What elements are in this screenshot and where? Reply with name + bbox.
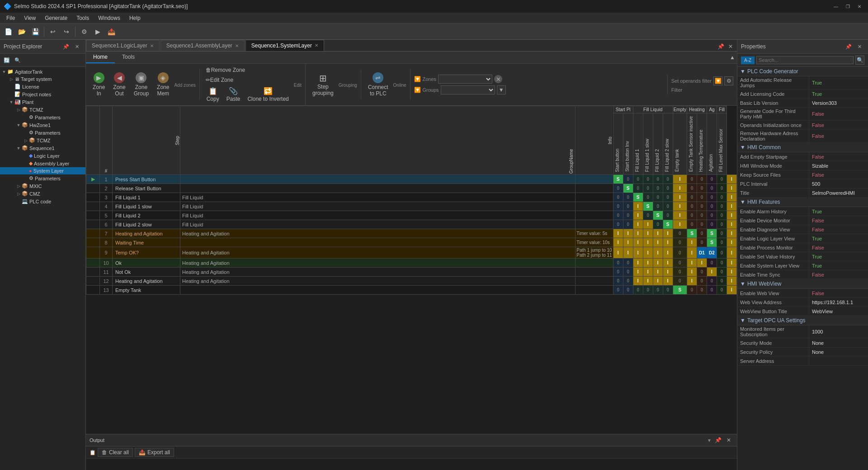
cell-signal[interactable]: S [707, 229, 717, 238]
cell-signal[interactable]: I [653, 258, 663, 268]
cell-signal[interactable]: 0 [613, 258, 623, 268]
close-button[interactable]: ✕ [854, 2, 864, 10]
cell-signal[interactable]: I [687, 258, 697, 268]
prop-value[interactable]: False [809, 289, 868, 297]
prop-value[interactable]: None [809, 348, 868, 356]
cell-signal[interactable]: I [643, 220, 653, 229]
cell-signal[interactable]: I [673, 193, 687, 202]
cell-signal[interactable]: S [653, 211, 663, 220]
cell-signal[interactable]: 0 [717, 211, 727, 220]
cell-signal[interactable]: 0 [707, 220, 717, 229]
tree-node-mxic[interactable]: ▷ 📦 MXIC [0, 182, 85, 190]
cell-signal[interactable]: I [653, 277, 663, 286]
cell-signal[interactable]: 0 [663, 193, 673, 202]
cell-signal[interactable]: 0 [673, 229, 687, 238]
cell-signal[interactable]: I [673, 184, 687, 193]
cell-signal[interactable]: 0 [643, 286, 653, 295]
output-close[interactable]: ✕ [724, 436, 733, 445]
cell-signal[interactable]: S [613, 175, 623, 184]
cell-signal[interactable]: I [633, 277, 643, 286]
props-search-icon[interactable]: 🔍 [855, 56, 864, 65]
tab-system-layer[interactable]: Sequence1.SystemLayer ✕ [245, 40, 324, 51]
paste-button[interactable]: 📎 Paste [223, 85, 244, 103]
zones-clear-button[interactable]: ✕ [494, 75, 502, 83]
cell-signal[interactable]: 0 [697, 193, 707, 202]
cell-signal[interactable]: 0 [697, 268, 707, 277]
cell-signal[interactable]: I [643, 247, 653, 258]
cell-signal[interactable]: 0 [707, 211, 717, 220]
cell-signal[interactable]: 0 [707, 258, 717, 268]
cell-signal[interactable]: I [623, 247, 633, 258]
cell-signal[interactable]: 0 [687, 184, 697, 193]
prop-value[interactable]: False [809, 108, 868, 120]
cell-signal[interactable]: 0 [653, 184, 663, 193]
cell-signal[interactable]: 0 [653, 286, 663, 295]
maximize-button[interactable]: ❐ [843, 2, 853, 10]
prop-value[interactable]: False [809, 152, 868, 161]
cell-signal[interactable]: 0 [717, 258, 727, 268]
cell-signal[interactable]: I [633, 229, 643, 238]
cell-signal[interactable]: 0 [653, 175, 663, 184]
cell-signal[interactable]: 0 [613, 220, 623, 229]
cell-signal[interactable]: I [663, 277, 673, 286]
operands-filter-funnel[interactable]: 🔽 [713, 76, 722, 85]
cell-signal[interactable]: 0 [623, 286, 633, 295]
tab-logic-layer[interactable]: Sequence1.LogicLayer ✕ [86, 40, 160, 51]
tab-assembly-layer[interactable]: Sequence1.AssemblyLayer ✕ [160, 40, 245, 51]
cell-signal[interactable]: 0 [623, 258, 633, 268]
menu-tools[interactable]: Tools [72, 14, 94, 22]
cell-signal[interactable]: 0 [717, 286, 727, 295]
menu-generate[interactable]: Generate [40, 14, 72, 22]
connect-to-plc-button[interactable]: ⇌ Connect to PLC [365, 71, 392, 98]
clear-all-button[interactable]: 🗑 Clear all [98, 448, 133, 457]
cell-signal[interactable]: 0 [623, 277, 633, 286]
cell-step-name[interactable]: Not Ok [113, 268, 180, 277]
cell-signal[interactable]: 0 [613, 202, 623, 211]
cell-signal[interactable]: S [623, 184, 633, 193]
minimize-button[interactable]: — [831, 2, 841, 10]
cell-signal[interactable]: I [653, 238, 663, 247]
cell-signal[interactable]: I [727, 211, 737, 220]
cell-signal[interactable]: 0 [673, 238, 687, 247]
props-search-input[interactable] [756, 56, 854, 64]
cell-step-name[interactable]: Fill Liquid 2 slow [113, 220, 180, 229]
cell-signal[interactable]: 0 [687, 286, 697, 295]
cell-signal[interactable]: I [633, 211, 643, 220]
settings-button[interactable]: ⚙ [78, 25, 90, 38]
cell-signal[interactable]: I [727, 258, 737, 268]
cell-step-name[interactable]: Ok [113, 258, 180, 268]
operands-filter-options[interactable]: ⚙ [724, 76, 733, 85]
zone-in-button[interactable]: ▶ Zone In [90, 71, 108, 98]
cell-signal[interactable]: 0 [687, 175, 697, 184]
cell-signal[interactable]: 0 [717, 247, 727, 258]
cell-step-name[interactable]: Waiting Time [113, 238, 180, 247]
cell-signal[interactable]: I [727, 193, 737, 202]
cell-signal[interactable]: S [643, 202, 653, 211]
cell-signal[interactable]: I [653, 247, 663, 258]
new-button[interactable]: 📄 [2, 25, 14, 38]
cell-signal[interactable]: 0 [717, 268, 727, 277]
cell-signal[interactable]: 0 [697, 229, 707, 238]
section-plc-code-gen[interactable]: ▼ PLC Code Generator [737, 67, 868, 76]
cell-signal[interactable]: 0 [613, 268, 623, 277]
cell-signal[interactable]: 0 [687, 202, 697, 211]
cell-signal[interactable]: 0 [717, 184, 727, 193]
cell-step-name[interactable]: Heating and Agitation [113, 229, 180, 238]
cell-signal[interactable]: I [727, 268, 737, 277]
cell-signal[interactable]: 0 [623, 202, 633, 211]
prop-value[interactable]: False [809, 216, 868, 225]
props-close[interactable]: ✕ [854, 42, 864, 52]
save-button[interactable]: 💾 [29, 25, 42, 38]
cell-signal[interactable]: 0 [653, 220, 663, 229]
cell-signal[interactable]: I [643, 258, 653, 268]
cell-signal[interactable]: I [727, 175, 737, 184]
cell-signal[interactable]: 0 [697, 286, 707, 295]
cell-signal[interactable]: 0 [707, 175, 717, 184]
prop-value[interactable]: WebView [809, 307, 868, 315]
cell-signal[interactable]: I [613, 238, 623, 247]
output-pin[interactable]: 📌 [713, 436, 722, 445]
cell-signal[interactable]: 0 [643, 184, 653, 193]
cell-signal[interactable]: I [643, 238, 653, 247]
menu-file[interactable]: File [2, 14, 19, 22]
tree-node-tcmz[interactable]: ▷ 📦 TCMZ [0, 106, 85, 113]
